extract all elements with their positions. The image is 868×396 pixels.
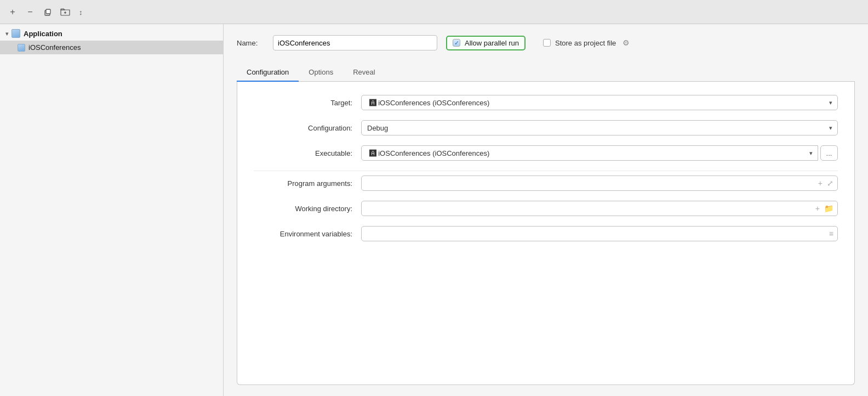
target-row: Target: 🅰 iOSConferences (iOSConferences… bbox=[254, 95, 838, 110]
configuration-row: Configuration: Debug Release ▾ bbox=[254, 120, 838, 135]
tab-configuration[interactable]: Configuration bbox=[237, 64, 299, 82]
sidebar-group-header[interactable]: ▾ Application bbox=[0, 26, 223, 41]
tab-reveal[interactable]: Reveal bbox=[343, 64, 385, 82]
working-dir-label: Working directory: bbox=[254, 205, 352, 213]
env-vars-input[interactable] bbox=[361, 226, 838, 241]
working-dir-input[interactable] bbox=[361, 201, 838, 216]
sort-button[interactable]: ↕ bbox=[77, 6, 89, 18]
store-project-area[interactable]: Store as project file ⚙ bbox=[543, 38, 630, 47]
add-config-button[interactable]: + bbox=[7, 6, 19, 18]
svg-text:↕: ↕ bbox=[79, 8, 83, 16]
chevron-down-icon: ▾ bbox=[5, 31, 8, 37]
ellipsis-button[interactable]: ... bbox=[820, 145, 838, 161]
working-dir-actions: + 📁 bbox=[814, 205, 835, 212]
sidebar-item-iosconferences[interactable]: iOSConferences bbox=[0, 41, 223, 54]
executable-dropdown-wrapper: 🅰 iOSConferences (iOSConferences) ▾ bbox=[361, 145, 818, 161]
toolbar: + − ↕ bbox=[0, 0, 868, 24]
sidebar: ▾ Application iOSConferences bbox=[0, 24, 224, 396]
name-row: Name: ✓ Allow parallel run Store as proj… bbox=[237, 35, 855, 50]
target-dropdown[interactable]: 🅰 iOSConferences (iOSConferences) bbox=[361, 95, 838, 110]
configuration-panel: Target: 🅰 iOSConferences (iOSConferences… bbox=[237, 82, 855, 385]
tab-options[interactable]: Options bbox=[299, 64, 343, 82]
target-dropdown-wrapper: 🅰 iOSConferences (iOSConferences) ▾ bbox=[361, 95, 838, 110]
name-label: Name: bbox=[237, 39, 264, 47]
configuration-dropdown-wrapper: Debug Release ▾ bbox=[361, 120, 838, 135]
checkmark-icon: ✓ bbox=[454, 40, 459, 46]
sidebar-group-label: Application bbox=[24, 30, 62, 38]
configuration-dropdown[interactable]: Debug Release bbox=[361, 120, 838, 135]
store-project-label: Store as project file bbox=[555, 39, 616, 47]
program-args-wrapper: + ⤢ bbox=[361, 176, 838, 191]
env-vars-row: Environment variables: ≡ bbox=[254, 226, 838, 241]
configuration-label: Configuration: bbox=[254, 124, 352, 132]
env-vars-label: Environment variables: bbox=[254, 230, 352, 238]
parallel-run-label: Allow parallel run bbox=[465, 39, 519, 47]
copy-config-button[interactable] bbox=[42, 6, 54, 18]
separator bbox=[254, 171, 838, 171]
sidebar-group-application: ▾ Application iOSConferences bbox=[0, 26, 223, 54]
env-vars-edit-button[interactable]: ≡ bbox=[828, 230, 835, 237]
executable-dropdown[interactable]: 🅰 iOSConferences (iOSConferences) bbox=[361, 145, 818, 161]
program-args-label: Program arguments: bbox=[254, 179, 352, 188]
working-dir-row: Working directory: + 📁 bbox=[254, 201, 838, 216]
target-label: Target: bbox=[254, 99, 352, 107]
executable-label: Executable: bbox=[254, 149, 352, 157]
browse-dir-button[interactable]: 📁 bbox=[823, 205, 835, 212]
add-folder-button[interactable] bbox=[59, 6, 71, 18]
env-vars-actions: ≡ bbox=[828, 230, 835, 237]
executable-row: Executable: 🅰 iOSConferences (iOSConfere… bbox=[254, 145, 838, 161]
env-vars-wrapper: ≡ bbox=[361, 226, 838, 241]
name-input[interactable] bbox=[273, 35, 437, 50]
parallel-run-checkbox[interactable]: ✓ bbox=[453, 39, 460, 47]
main-area: ▾ Application iOSConferences Name: ✓ All… bbox=[0, 24, 868, 396]
expand-args-button[interactable]: ⤢ bbox=[826, 179, 835, 187]
program-args-actions: + ⤢ bbox=[817, 179, 835, 187]
program-args-input[interactable] bbox=[361, 176, 838, 191]
working-dir-wrapper: + 📁 bbox=[361, 201, 838, 216]
store-project-checkbox[interactable] bbox=[543, 39, 551, 47]
add-dir-button[interactable]: + bbox=[814, 205, 821, 212]
app-group-icon bbox=[12, 29, 20, 38]
add-arg-button[interactable]: + bbox=[817, 179, 824, 187]
parallel-run-checkbox-area[interactable]: ✓ Allow parallel run bbox=[446, 36, 526, 50]
right-panel: Name: ✓ Allow parallel run Store as proj… bbox=[224, 24, 868, 396]
svg-rect-1 bbox=[46, 9, 50, 14]
app-icon-sm bbox=[18, 44, 25, 52]
executable-controls: 🅰 iOSConferences (iOSConferences) ▾ ... bbox=[361, 145, 838, 161]
gear-icon[interactable]: ⚙ bbox=[623, 38, 630, 47]
sidebar-item-label: iOSConferences bbox=[28, 43, 81, 52]
tabs-bar: Configuration Options Reveal bbox=[237, 64, 855, 82]
remove-config-button[interactable]: − bbox=[24, 6, 36, 18]
program-args-row: Program arguments: + ⤢ bbox=[254, 176, 838, 191]
